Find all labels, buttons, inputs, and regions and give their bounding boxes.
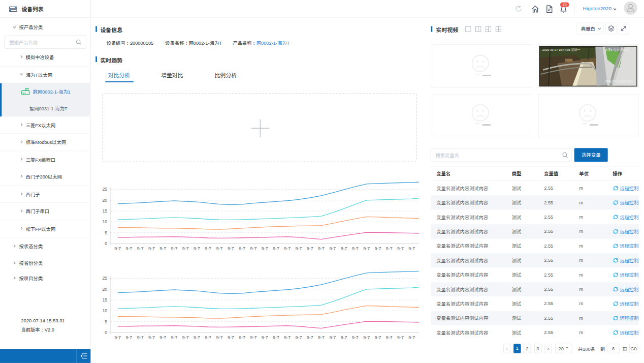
svg-text:9-7: 9-7 bbox=[262, 246, 268, 251]
svg-text:25: 25 bbox=[102, 187, 107, 192]
svg-text:9-7: 9-7 bbox=[363, 335, 370, 340]
svg-text:9-7: 9-7 bbox=[159, 246, 166, 251]
svg-text:9-7: 9-7 bbox=[228, 246, 234, 251]
svg-text:25: 25 bbox=[102, 276, 107, 281]
svg-text:网络(7F4N)横臂倾斜: 网络(7F4N)横臂倾斜 bbox=[605, 80, 633, 84]
svg-text:9-7: 9-7 bbox=[273, 246, 279, 251]
svg-text:9-7: 9-7 bbox=[284, 335, 291, 340]
svg-text:9-7: 9-7 bbox=[307, 335, 313, 340]
svg-text:5: 5 bbox=[105, 230, 107, 235]
svg-text:5: 5 bbox=[105, 319, 107, 324]
svg-text:9-7: 9-7 bbox=[284, 246, 291, 251]
svg-text:9-7: 9-7 bbox=[216, 246, 223, 251]
svg-text:9-7: 9-7 bbox=[318, 335, 325, 340]
svg-text:9-7: 9-7 bbox=[273, 335, 279, 340]
svg-text:0: 0 bbox=[105, 330, 107, 335]
svg-text:9-7: 9-7 bbox=[125, 335, 132, 340]
svg-text:9-7: 9-7 bbox=[296, 246, 302, 251]
svg-text:9-7: 9-7 bbox=[375, 335, 381, 340]
svg-text:9-7: 9-7 bbox=[307, 246, 313, 251]
svg-text:9-7: 9-7 bbox=[250, 335, 257, 340]
svg-text:9-7: 9-7 bbox=[137, 246, 144, 251]
svg-text:9-7: 9-7 bbox=[171, 246, 178, 251]
svg-text:9-7: 9-7 bbox=[329, 246, 336, 251]
svg-text:9-7: 9-7 bbox=[352, 335, 359, 340]
svg-text:速度8 云台 通道01: 速度8 云台 通道01 bbox=[605, 48, 630, 52]
svg-text:9-7: 9-7 bbox=[205, 335, 211, 340]
svg-text:9-7: 9-7 bbox=[239, 335, 245, 340]
svg-text:9-7: 9-7 bbox=[341, 335, 347, 340]
svg-text:9-7: 9-7 bbox=[408, 335, 415, 340]
svg-text:0: 0 bbox=[105, 241, 107, 246]
svg-text:9-7: 9-7 bbox=[159, 335, 166, 340]
svg-text:9-7: 9-7 bbox=[171, 335, 178, 340]
svg-text:9-7: 9-7 bbox=[194, 335, 200, 340]
svg-text:9-7: 9-7 bbox=[250, 246, 257, 251]
svg-text:20: 20 bbox=[102, 198, 107, 203]
svg-text:9-7: 9-7 bbox=[386, 335, 393, 340]
svg-text:9-7: 9-7 bbox=[114, 335, 121, 340]
svg-text:9-7: 9-7 bbox=[114, 246, 121, 251]
svg-text:9-7: 9-7 bbox=[148, 246, 155, 251]
svg-text:9-7: 9-7 bbox=[363, 246, 370, 251]
svg-text:9-7: 9-7 bbox=[182, 246, 189, 251]
svg-text:9-7: 9-7 bbox=[352, 246, 359, 251]
svg-text:9-7: 9-7 bbox=[137, 335, 144, 340]
svg-text:20: 20 bbox=[102, 287, 107, 292]
svg-text:9-7: 9-7 bbox=[408, 246, 415, 251]
svg-text:15: 15 bbox=[102, 208, 107, 214]
svg-text:9-7: 9-7 bbox=[194, 246, 200, 251]
svg-text:10: 10 bbox=[102, 308, 107, 313]
svg-text:9-7: 9-7 bbox=[125, 246, 132, 251]
svg-text:9-7: 9-7 bbox=[262, 335, 268, 340]
svg-text:9-7: 9-7 bbox=[397, 335, 404, 340]
svg-text:9-7: 9-7 bbox=[148, 335, 155, 340]
svg-text:9-7: 9-7 bbox=[318, 246, 325, 251]
svg-text:9-7: 9-7 bbox=[205, 246, 211, 251]
svg-text:9-7: 9-7 bbox=[329, 335, 336, 340]
svg-text:15: 15 bbox=[102, 297, 107, 302]
svg-text:9-7: 9-7 bbox=[216, 335, 223, 340]
svg-text:9-7: 9-7 bbox=[228, 335, 234, 340]
svg-text:9-7: 9-7 bbox=[386, 246, 393, 251]
svg-text:9-7: 9-7 bbox=[397, 246, 404, 251]
svg-text:9-7: 9-7 bbox=[239, 246, 245, 251]
svg-text:9-7: 9-7 bbox=[375, 246, 381, 251]
svg-text:2020-09-07 16:47:05 星期一: 2020-09-07 16:47:05 星期一 bbox=[542, 48, 581, 51]
svg-text:9-7: 9-7 bbox=[296, 335, 302, 340]
svg-text:9-7: 9-7 bbox=[341, 246, 347, 251]
svg-text:10: 10 bbox=[102, 219, 107, 224]
svg-text:9-7: 9-7 bbox=[182, 335, 189, 340]
